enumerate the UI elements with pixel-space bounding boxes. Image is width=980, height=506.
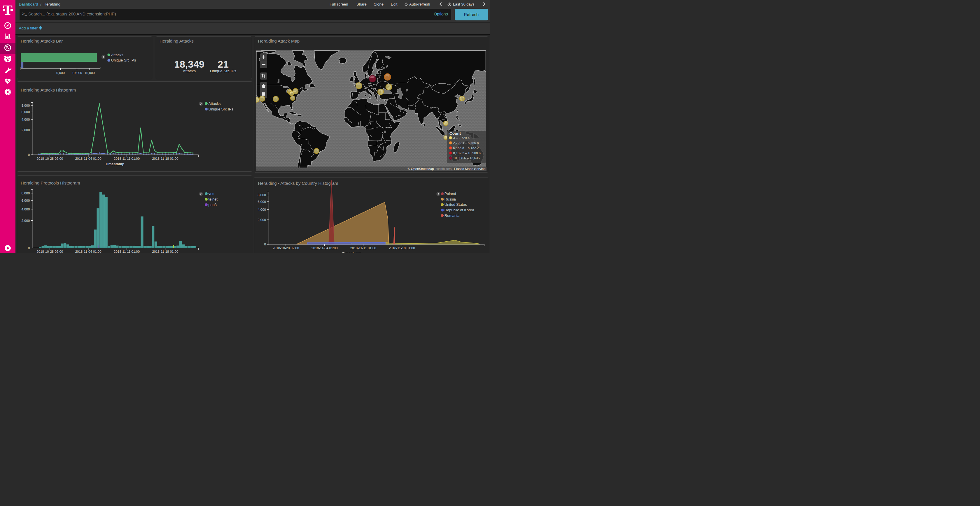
svg-text:Timestamp: Timestamp (105, 162, 124, 166)
svg-text:8,000: 8,000 (22, 192, 30, 195)
svg-text:8,000: 8,000 (258, 193, 266, 197)
svg-text:5,000: 5,000 (56, 71, 65, 75)
svg-text:0: 0 (28, 246, 30, 250)
svg-text:2018-11-04 01:00: 2018-11-04 01:00 (75, 250, 102, 253)
svg-text:Attacks: Attacks (111, 53, 123, 57)
svg-text:4,000: 4,000 (22, 118, 30, 121)
svg-text:Timestamp: Timestamp (342, 252, 361, 253)
svg-text:Unique Src IPs: Unique Src IPs (111, 58, 136, 62)
svg-text:Russia: Russia (444, 197, 456, 201)
svg-text:2,729.4 – 5,455.8: 2,729.4 – 5,455.8 (453, 141, 479, 144)
svg-text:6,000: 6,000 (22, 199, 30, 202)
svg-text:6,000: 6,000 (22, 110, 30, 114)
svg-text:Unique Src IPs: Unique Src IPs (208, 107, 233, 111)
svg-text:4,000: 4,000 (22, 208, 30, 211)
svg-text:4,000: 4,000 (258, 208, 266, 211)
svg-text:Republic of Korea: Republic of Korea (444, 208, 474, 212)
svg-text:2,000: 2,000 (258, 218, 266, 222)
svg-text:2018-11-18 01:00: 2018-11-18 01:00 (152, 157, 178, 160)
svg-text:3 – 2,729.4: 3 – 2,729.4 (453, 136, 470, 140)
svg-text:2018-11-04 01:00: 2018-11-04 01:00 (75, 157, 102, 160)
svg-text:8,182.2 – 10,908.6: 8,182.2 – 10,908.6 (453, 151, 480, 155)
svg-text:0: 0 (28, 153, 30, 157)
svg-text:15,000: 15,000 (84, 71, 95, 75)
svg-text:Count: Count (449, 131, 461, 136)
svg-text:2018-11-11 01:00: 2018-11-11 01:00 (350, 246, 376, 250)
svg-text:2018-10-28 02:00: 2018-10-28 02:00 (37, 157, 63, 160)
svg-text:5,455.8 – 8,182.2: 5,455.8 – 8,182.2 (453, 146, 479, 149)
svg-text:2018-11-11 01:00: 2018-11-11 01:00 (114, 157, 140, 160)
svg-text:8,000: 8,000 (22, 104, 30, 107)
svg-text:10,908.6 – 13,635: 10,908.6 – 13,635 (453, 156, 480, 160)
svg-text:telnet: telnet (208, 197, 218, 201)
svg-text:© OpenStreetMap: © OpenStreetMap (408, 167, 434, 171)
svg-text:2018-11-04 01:00: 2018-11-04 01:00 (312, 246, 338, 250)
svg-text:vnc: vnc (208, 192, 215, 196)
svg-text:United States: United States (444, 202, 467, 207)
svg-text:6,000: 6,000 (258, 200, 266, 203)
svg-text:0: 0 (264, 243, 266, 246)
svg-text:2,000: 2,000 (22, 128, 30, 132)
svg-text:Poland: Poland (444, 192, 456, 196)
svg-text:10,000: 10,000 (72, 71, 82, 75)
svg-text:2018-10-28 02:00: 2018-10-28 02:00 (273, 246, 299, 250)
svg-text:2018-11-18 01:00: 2018-11-18 01:00 (389, 246, 415, 250)
svg-text:2018-11-11 01:00: 2018-11-11 01:00 (114, 250, 140, 253)
svg-text:Attacks: Attacks (208, 102, 221, 106)
svg-text:pop3: pop3 (208, 203, 217, 207)
svg-text:2018-10-28 02:00: 2018-10-28 02:00 (37, 250, 63, 253)
svg-text:contributors,: contributors, (436, 167, 452, 171)
svg-text:Elastic Maps Service: Elastic Maps Service (454, 167, 485, 171)
svg-text:2,000: 2,000 (22, 219, 30, 222)
svg-text:Romania: Romania (444, 213, 460, 218)
svg-text:2018-11-18 01:00: 2018-11-18 01:00 (152, 250, 178, 253)
